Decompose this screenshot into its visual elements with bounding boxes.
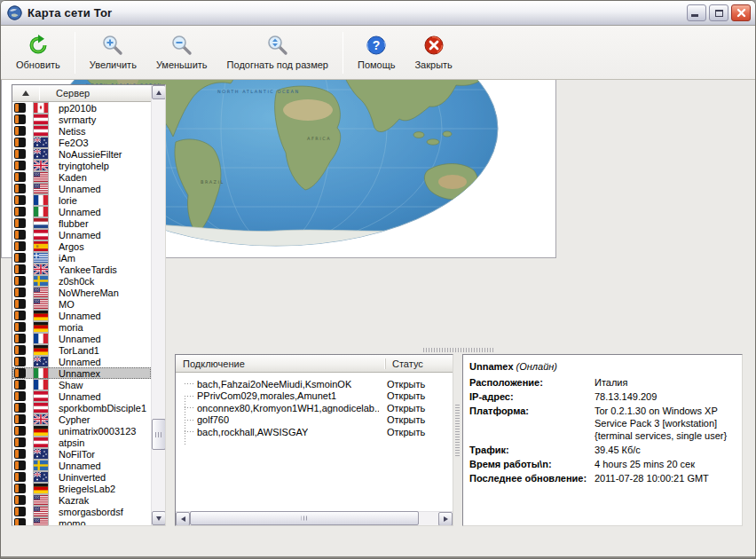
server-row[interactable]: BriegelsLab2 xyxy=(12,483,151,494)
server-row[interactable]: Uninverted xyxy=(12,471,151,483)
server-row[interactable]: Argos xyxy=(12,240,151,252)
scroll-down-button[interactable] xyxy=(152,511,166,525)
relay-status-icon xyxy=(14,149,26,159)
detail-field-value: 2011-07-28 10:00:21 GMT xyxy=(595,472,736,484)
us-flag-icon xyxy=(34,287,48,297)
server-row[interactable]: Unnamed xyxy=(12,460,151,471)
server-row[interactable]: Unnamed xyxy=(12,390,151,402)
horizontal-splitter-handle[interactable] xyxy=(423,348,494,352)
au-flag-icon xyxy=(34,357,48,366)
server-row[interactable]: YankeeTardis xyxy=(12,264,151,275)
server-row[interactable]: momo xyxy=(12,517,151,525)
server-row[interactable]: Unnamed xyxy=(12,333,151,344)
server-row[interactable]: Unnamed xyxy=(12,356,151,367)
map-label: BRAZIL xyxy=(201,179,224,185)
scrollbar-track[interactable] xyxy=(419,512,438,525)
connection-row[interactable]: bach,rockhall,AWSISGAYОткрыть xyxy=(176,426,453,438)
server-row[interactable]: smorgasbordsf xyxy=(12,506,151,517)
server-row[interactable]: iAm xyxy=(12,252,151,264)
server-row[interactable]: Cypher xyxy=(12,413,151,425)
server-row[interactable]: lorie xyxy=(12,194,151,206)
server-row[interactable]: Unnamex xyxy=(12,367,151,379)
close-window-button[interactable] xyxy=(731,4,751,21)
server-row[interactable]: Shaw xyxy=(12,379,151,390)
us-flag-icon xyxy=(34,518,48,525)
server-name: tryingtohelp xyxy=(59,161,109,171)
server-row[interactable]: flubber xyxy=(12,217,151,229)
connections-hscrollbar[interactable] xyxy=(176,511,453,525)
zoom-fit-button[interactable]: Подогнать под размер xyxy=(217,29,338,76)
gb-flag-icon xyxy=(34,414,48,424)
server-row[interactable]: NoFilTor xyxy=(12,448,151,460)
maximize-button[interactable] xyxy=(709,4,728,21)
server-name: Fe2O3 xyxy=(59,138,89,148)
server-row[interactable]: NoAussieFilter xyxy=(12,148,151,160)
server-row[interactable]: svrmarty xyxy=(12,114,151,125)
server-name: TorLand1 xyxy=(59,345,99,356)
zoom-in-button[interactable]: Увеличить xyxy=(80,29,146,76)
server-row[interactable]: Kaden xyxy=(12,171,151,183)
refresh-button[interactable]: Обновить xyxy=(6,29,70,76)
connection-column-header[interactable]: Подключение xyxy=(176,358,385,369)
connection-row[interactable]: PPrivCom029,morales,Amunet1Открыть xyxy=(176,390,453,403)
server-row[interactable]: Unnamed xyxy=(12,206,151,217)
close-button[interactable]: Закрыть xyxy=(405,29,461,76)
relay-status-icon xyxy=(14,368,26,378)
relay-status-icon xyxy=(14,461,26,470)
server-name: Netiss xyxy=(59,126,86,137)
server-row[interactable]: moria xyxy=(12,321,151,333)
server-name: Argos xyxy=(59,241,84,252)
scroll-right-button[interactable] xyxy=(438,512,453,526)
relay-name: Unnamex xyxy=(469,361,514,372)
server-list-scrollbar[interactable] xyxy=(151,85,165,525)
relay-details-fields: Расположение:ИталияIP-адрес:78.13.149.20… xyxy=(469,376,736,484)
connection-row[interactable]: bach,Fahzai2oNeeMiudi,KsmoinOKОткрыть xyxy=(176,378,453,390)
server-row[interactable]: unimatrix0003123 xyxy=(12,425,151,437)
relay-status-icon xyxy=(14,103,26,113)
scroll-left-button[interactable] xyxy=(176,512,190,526)
connection-row[interactable]: golf760Открыть xyxy=(176,414,453,427)
circuit-status: Открыть xyxy=(387,379,425,390)
detail-field-value: Италия xyxy=(595,376,736,389)
server-row[interactable]: Unnamed xyxy=(12,183,151,194)
titlebar[interactable]: Карта сети Tor xyxy=(1,1,755,26)
relay-status-icon xyxy=(14,207,26,217)
relay-status-icon xyxy=(14,114,26,124)
minimize-button[interactable] xyxy=(687,4,706,21)
server-row[interactable]: tryingtohelp xyxy=(12,160,151,171)
scroll-up-button[interactable] xyxy=(152,85,166,99)
server-name: Unnamex xyxy=(59,368,100,379)
tree-branch-icon xyxy=(185,420,194,421)
relay-status-icon xyxy=(14,241,26,251)
status-column-header[interactable]: Статус xyxy=(385,358,453,369)
server-row[interactable]: MO xyxy=(12,298,151,310)
server-name: NoFilTor xyxy=(59,449,95,460)
server-list-header[interactable]: Сервер xyxy=(12,85,151,102)
toolbar: Обновить Увеличить Уменьшить xyxy=(1,26,755,80)
relay-details-panel: Unnamex (Онлайн) Расположение:ИталияIP-а… xyxy=(462,354,743,526)
help-button[interactable]: ? Помощь xyxy=(348,29,406,76)
server-row[interactable]: Unnamed xyxy=(12,310,151,321)
server-row[interactable]: NoWhereMan xyxy=(12,287,151,298)
server-row[interactable]: atpsin xyxy=(12,437,151,448)
server-row[interactable]: Unnamed xyxy=(12,229,151,240)
scrollbar-thumb[interactable] xyxy=(152,419,166,450)
connection-row[interactable]: onconnex80,Kromyon1WH1,agnodicelab...Отк… xyxy=(176,402,453,414)
zoom-out-button[interactable]: Уменьшить xyxy=(146,29,217,76)
server-column-header[interactable]: Сервер xyxy=(43,88,90,98)
server-row[interactable]: Fe2O3 xyxy=(12,137,151,148)
us-flag-icon xyxy=(34,495,48,505)
map-label: NORTH ATLANTIC OCEAN xyxy=(217,89,300,94)
sort-ascending-icon xyxy=(22,91,29,96)
server-row[interactable]: TorLand1 xyxy=(12,344,151,356)
server-row[interactable]: sporkbombDisciple1 xyxy=(12,402,151,413)
server-row[interactable]: Netiss xyxy=(12,125,151,137)
scrollbar-thumb[interactable] xyxy=(190,511,419,525)
server-row[interactable]: Kazrak xyxy=(12,494,151,506)
server-name: Unnamed xyxy=(59,357,101,367)
connections-header[interactable]: Подключение Статус xyxy=(176,355,453,373)
us-flag-icon xyxy=(34,507,48,516)
vertical-splitter-handle[interactable] xyxy=(455,405,460,458)
server-row[interactable]: z0sh0ck xyxy=(12,275,151,287)
server-row[interactable]: pp2010b xyxy=(12,102,151,114)
